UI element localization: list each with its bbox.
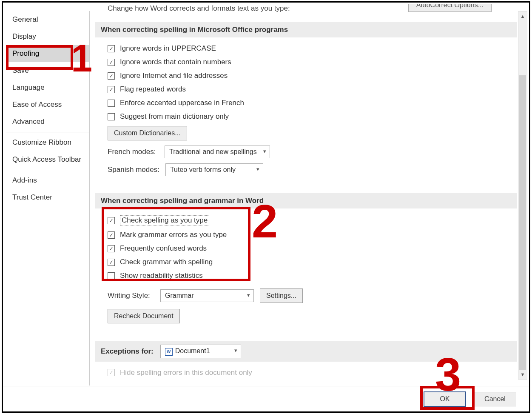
checkbox-mark-grammar[interactable] <box>108 231 115 239</box>
cut-off-row: Change how Word corrects and formats tex… <box>95 4 517 12</box>
checkbox-frequently-confused[interactable] <box>108 245 115 252</box>
section-header-office-spelling: When correcting spelling in Microsoft Of… <box>95 22 517 37</box>
word-document-icon: W <box>165 348 173 356</box>
label-ignore-uppercase: Ignore words in UPPERCASE <box>120 44 216 53</box>
checkbox-ignore-numbers[interactable] <box>108 59 115 66</box>
exceptions-document-value: Document1 <box>175 347 210 354</box>
scroll-up-arrow-icon[interactable]: ▲ <box>518 11 527 21</box>
cut-off-text: Change how Word corrects and formats tex… <box>108 4 290 12</box>
autocorrect-options-button[interactable]: AutoCorrect Options... <box>408 4 492 12</box>
sidebar-item-language[interactable]: Language <box>6 79 89 96</box>
label-frequently-confused: Frequently confused words <box>120 244 207 253</box>
recheck-document-button[interactable]: Recheck Document <box>108 309 180 323</box>
sidebar: General Display Proofing Save Language E… <box>6 11 90 385</box>
custom-dictionaries-button[interactable]: Custom Dictionaries... <box>108 126 187 140</box>
sidebar-item-trust-center[interactable]: Trust Center <box>6 189 89 206</box>
french-modes-dropdown[interactable]: Traditional and new spellings <box>165 146 270 158</box>
content-pane: Change how Word corrects and formats tex… <box>95 4 517 382</box>
label-show-readability: Show readability statistics <box>120 271 203 280</box>
label-ignore-numbers: Ignore words that contain numbers <box>120 58 231 66</box>
checkbox-ignore-uppercase[interactable] <box>108 45 115 52</box>
sidebar-item-display[interactable]: Display <box>6 28 89 45</box>
section-body-3: Hide spelling errors in this document on… <box>95 362 517 382</box>
label-ignore-internet: Ignore Internet and file addresses <box>120 71 228 80</box>
section-body-1: Ignore words in UPPERCASE Ignore words t… <box>95 37 517 183</box>
sidebar-item-quick-access-toolbar[interactable]: Quick Access Toolbar <box>6 151 89 168</box>
vertical-scrollbar[interactable]: ▲ ▼ <box>518 11 527 380</box>
label-enforce-accented: Enforce accented uppercase in French <box>120 99 244 107</box>
french-modes-label: French modes: <box>108 148 159 156</box>
label-flag-repeated: Flag repeated words <box>120 85 186 94</box>
exceptions-document-dropdown[interactable]: WDocument1 <box>160 345 241 358</box>
scroll-down-arrow-icon[interactable]: ▼ <box>518 370 527 379</box>
sidebar-item-ease-of-access[interactable]: Ease of Access <box>6 96 89 113</box>
checkbox-enforce-accented[interactable] <box>108 100 115 107</box>
label-check-grammar-with-spelling: Check grammar with spelling <box>120 258 213 266</box>
checkbox-check-grammar-with-spelling[interactable] <box>108 259 115 266</box>
checkbox-check-spelling-as-you-type[interactable] <box>108 217 115 224</box>
settings-button[interactable]: Settings... <box>260 288 303 303</box>
label-mark-grammar: Mark grammar errors as you type <box>120 231 227 239</box>
scrollbar-thumb[interactable] <box>519 75 526 373</box>
checkbox-flag-repeated[interactable] <box>108 86 115 93</box>
options-dialog: General Display Proofing Save Language E… <box>2 1 530 413</box>
checkbox-hide-spelling-errors <box>108 369 115 376</box>
section-header-exceptions: Exceptions for: WDocument1 <box>95 341 517 362</box>
exceptions-label: Exceptions for: <box>101 347 154 356</box>
ok-button[interactable]: OK <box>424 391 466 407</box>
label-suggest-main-dictionary: Suggest from main dictionary only <box>120 112 229 121</box>
label-hide-spelling-errors: Hide spelling errors in this document on… <box>120 368 252 377</box>
sidebar-item-proofing[interactable]: Proofing <box>6 45 89 62</box>
label-check-spelling-as-you-type: Check spelling as you type <box>120 215 209 226</box>
section-header-word-grammar: When correcting spelling and grammar in … <box>95 193 517 208</box>
sidebar-item-advanced[interactable]: Advanced <box>6 113 89 130</box>
checkbox-suggest-main-dictionary[interactable] <box>108 113 115 120</box>
spanish-modes-label: Spanish modes: <box>108 166 159 174</box>
checkbox-ignore-internet[interactable] <box>108 72 115 80</box>
sidebar-item-add-ins[interactable]: Add-ins <box>6 172 89 189</box>
cancel-button[interactable]: Cancel <box>474 392 516 406</box>
dialog-footer: OK Cancel <box>3 386 529 411</box>
checkbox-show-readability[interactable] <box>108 272 115 280</box>
writing-style-dropdown[interactable]: Grammar <box>160 289 254 302</box>
spanish-modes-dropdown[interactable]: Tuteo verb forms only <box>165 163 263 176</box>
sidebar-item-general[interactable]: General <box>6 11 89 28</box>
section-body-2: Check spelling as you type Mark grammar … <box>95 208 517 331</box>
sidebar-item-save[interactable]: Save <box>6 62 89 79</box>
sidebar-item-customize-ribbon[interactable]: Customize Ribbon <box>6 134 89 151</box>
writing-style-label: Writing Style: <box>108 291 154 300</box>
